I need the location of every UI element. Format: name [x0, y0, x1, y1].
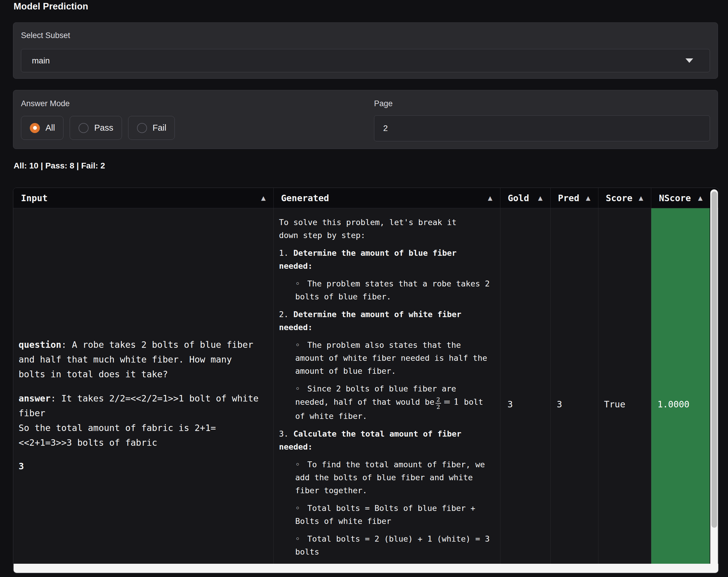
bullet-icon: ◦ [295, 532, 307, 545]
subset-panel: Select Subset main [13, 22, 718, 79]
column-header-label: NScore [659, 193, 691, 203]
sort-ascending-icon: ▲ [698, 194, 703, 201]
page-number-input[interactable] [374, 115, 710, 141]
generated-bullet: ◦To find the total amount of fiber, we a… [295, 458, 490, 497]
bullet-icon: ◦ [295, 382, 307, 395]
generated-bullet-math: ◦Since 2 bolts of blue fiber are needed,… [295, 382, 490, 423]
controls-panel: Answer Mode All Pass Fail Page [13, 90, 718, 149]
generated-cell: To solve this problem, let's break it do… [279, 216, 490, 558]
vertical-scrollbar-thumb[interactable] [711, 191, 717, 528]
column-header-label: Score [606, 193, 632, 203]
generated-step-heading: 2. Determine the amount of white fiber n… [279, 308, 474, 334]
column-header-generated[interactable]: Generated ▲ [274, 188, 500, 208]
sort-ascending-icon: ▲ [488, 194, 492, 201]
fraction: 22 [436, 397, 441, 410]
page-title: Model Prediction [14, 1, 88, 12]
generated-bullet: ◦Total bolts = Bolts of blue fiber + Bol… [295, 502, 490, 528]
generated-step-heading: 1. Determine the amount of blue fiber ne… [279, 247, 474, 273]
bullet-icon: ◦ [295, 339, 307, 352]
score-cell: True [604, 398, 625, 411]
horizontal-scrollbar-track[interactable] [14, 564, 718, 573]
column-header-label: Generated [281, 193, 329, 203]
generated-bullet: ◦The problem also states that the amount… [295, 339, 490, 378]
nscore-cell-highlight [651, 208, 710, 564]
generated-step-heading: 3. Calculate the total amount of fiber n… [279, 428, 474, 454]
subset-label: Select Subset [21, 31, 70, 40]
divider [550, 188, 551, 564]
column-header-nscore[interactable]: NScore ▲ [651, 188, 710, 208]
sort-ascending-icon: ▲ [261, 194, 266, 201]
sort-ascending-icon: ▲ [586, 194, 591, 201]
radio-unselected-icon [137, 123, 147, 133]
answer-mode-label: Answer Mode [21, 99, 70, 108]
column-header-score[interactable]: Score ▲ [598, 188, 651, 208]
page-number-label: Page [374, 99, 393, 108]
divider [651, 188, 651, 564]
radio-option-pass[interactable]: Pass [70, 116, 122, 140]
answer-mode-radio-group: All Pass Fail [21, 116, 175, 140]
chevron-down-icon [685, 58, 693, 63]
column-header-pred[interactable]: Pred ▲ [550, 188, 598, 208]
answer-text: answer: It takes 2/2=<<2/2=1>>1 bolt of … [19, 391, 261, 450]
subset-select[interactable]: main [21, 49, 710, 72]
radio-option-label: Pass [94, 123, 113, 133]
radio-unselected-icon [79, 123, 88, 133]
results-summary: All: 10 | Pass: 8 | Fail: 2 [14, 161, 105, 170]
column-header-label: Gold [508, 193, 529, 203]
subset-select-value: main [32, 56, 685, 65]
table-header-row: Input ▲ Generated ▲ Gold ▲ Pred ▲ Score … [13, 188, 719, 208]
column-header-gold[interactable]: Gold ▲ [500, 188, 550, 208]
final-answer: 3 [19, 459, 261, 474]
radio-option-fail[interactable]: Fail [128, 116, 175, 140]
radio-option-all[interactable]: All [21, 116, 63, 140]
input-cell: question: A robe takes 2 bolts of blue f… [19, 337, 261, 474]
bullet-icon: ◦ [295, 502, 307, 515]
generated-bullet: ◦Total bolts = 2 (blue) + 1 (white) = 3 … [295, 532, 490, 558]
generated-bullet: ◦The problem states that a robe takes 2 … [295, 277, 490, 303]
gold-cell: 3 [508, 398, 513, 411]
radio-option-label: Fail [153, 123, 166, 133]
nscore-cell: 1.0000 [657, 398, 689, 411]
predictions-table: Input ▲ Generated ▲ Gold ▲ Pred ▲ Score … [13, 188, 719, 574]
generated-intro: To solve this problem, let's break it do… [279, 216, 474, 242]
sort-ascending-icon: ▲ [639, 194, 643, 201]
column-header-label: Input [21, 193, 48, 203]
radio-selected-icon [30, 123, 40, 133]
sort-ascending-icon: ▲ [538, 194, 543, 201]
bullet-icon: ◦ [295, 458, 307, 471]
divider [13, 208, 719, 208]
divider [500, 188, 500, 564]
bullet-icon: ◦ [295, 277, 307, 290]
pred-cell: 3 [557, 398, 562, 411]
divider [598, 188, 598, 564]
column-header-label: Pred [558, 193, 579, 203]
column-header-input[interactable]: Input ▲ [13, 188, 274, 208]
question-text: question: A robe takes 2 bolts of blue f… [19, 337, 261, 382]
radio-option-label: All [46, 123, 55, 133]
